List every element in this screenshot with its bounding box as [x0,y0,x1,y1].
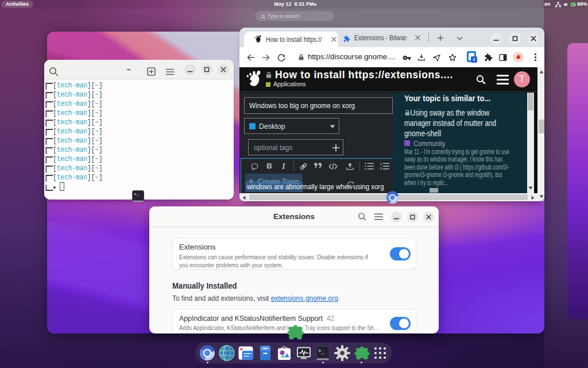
svg-text:_: _ [320,350,324,355]
svg-text:1: 1 [380,163,382,166]
svg-text:2: 2 [380,167,382,170]
